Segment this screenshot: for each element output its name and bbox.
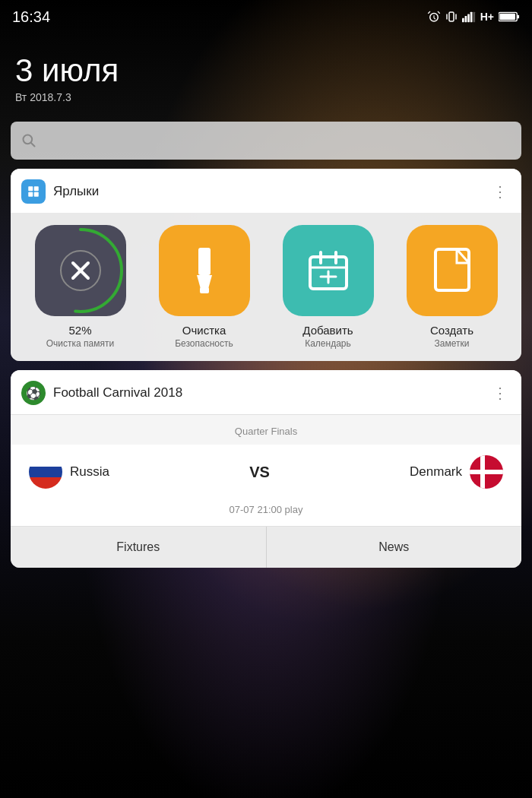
date-section: 3 июля Вт 2018.7.3: [0, 30, 532, 116]
svg-rect-15: [34, 186, 39, 191]
vs-label: VS: [249, 464, 270, 481]
date-main: 3 июля: [15, 53, 517, 88]
shortcuts-header: Ярлыки ⋮: [11, 169, 521, 213]
svg-rect-14: [28, 186, 33, 191]
shortcut-icon-clean: [159, 225, 250, 316]
football-header: ⚽ Football Carnival 2018 ⋮: [11, 370, 521, 415]
match-time: 07-07 21:00 play: [11, 499, 521, 526]
shortcut-label-memory-sub: Очистка памяти: [46, 338, 114, 349]
team-away-name: Denmark: [410, 464, 462, 480]
shortcut-item-note[interactable]: Создать Заметки: [399, 225, 505, 349]
calendar-icon: [304, 246, 353, 295]
football-card: ⚽ Football Carnival 2018 ⋮ Quarter Final…: [11, 370, 521, 568]
svg-point-21: [40, 230, 122, 312]
svg-rect-11: [517, 15, 519, 19]
progress-ring: [35, 225, 126, 316]
network-type-label: H+: [480, 11, 494, 23]
svg-rect-7: [470, 12, 473, 23]
svg-rect-1: [449, 12, 454, 21]
svg-rect-10: [499, 14, 515, 20]
quarter-finals-label: Quarter Finals: [11, 415, 521, 445]
shortcut-icon-note: [407, 225, 498, 316]
date-sub: Вт 2018.7.3: [15, 91, 517, 103]
shortcut-label-clean-main: Очистка: [182, 324, 226, 337]
shortcuts-title: Ярлыки: [53, 184, 489, 199]
brush-icon: [182, 245, 227, 296]
denmark-flag: [470, 455, 503, 489]
team-away: Denmark: [410, 455, 503, 489]
shortcuts-card: Ярлыки ⋮ 52% Очистка памяти: [11, 169, 521, 361]
shortcut-icon-memory: [35, 225, 126, 316]
match-row: Russia VS Denmark: [11, 445, 521, 499]
svg-rect-31: [435, 249, 469, 290]
shortcut-label-note-main: Создать: [430, 324, 473, 337]
shortcut-label-clean-sub: Безопасность: [175, 338, 233, 349]
match-section: Quarter Finals Russia VS Denmark 07-07 2…: [11, 415, 521, 526]
football-title: Football Carnival 2018: [53, 385, 489, 401]
svg-rect-6: [467, 14, 470, 22]
football-icon: ⚽: [21, 381, 46, 405]
status-bar: 16:34 H+: [0, 0, 532, 30]
signal-icon: [462, 11, 476, 23]
shortcuts-menu-button[interactable]: ⋮: [489, 182, 511, 201]
shortcuts-grid: 52% Очистка памяти Очистка Безопасность: [11, 213, 521, 361]
shortcut-item-calendar[interactable]: Добавить Календарь: [275, 225, 382, 349]
svg-rect-8: [473, 12, 475, 23]
svg-rect-22: [198, 248, 211, 275]
svg-rect-4: [462, 18, 464, 22]
shortcut-label-memory-main: 52%: [68, 324, 91, 337]
svg-rect-24: [200, 287, 209, 293]
svg-marker-23: [197, 275, 212, 289]
shortcut-item-memory[interactable]: 52% Очистка памяти: [27, 225, 134, 349]
shortcut-icon-calendar: [283, 225, 374, 316]
note-icon: [429, 245, 475, 296]
svg-rect-5: [464, 16, 467, 22]
svg-rect-17: [34, 192, 39, 197]
team-home: Russia: [29, 455, 109, 489]
battery-icon: [499, 11, 520, 23]
alarm-icon: [427, 10, 441, 24]
shortcut-label-calendar-main: Добавить: [302, 324, 353, 337]
search-icon: [21, 133, 36, 148]
status-time: 16:34: [12, 8, 50, 26]
tab-fixtures[interactable]: Fixtures: [11, 527, 267, 568]
vibrate-icon: [445, 10, 458, 24]
team-home-name: Russia: [70, 464, 109, 480]
shortcuts-header-icon: [21, 179, 46, 204]
tab-news[interactable]: News: [267, 527, 522, 568]
status-icons: H+: [427, 10, 520, 24]
shortcut-item-clean[interactable]: Очистка Безопасность: [151, 225, 258, 349]
shortcut-label-note-sub: Заметки: [435, 338, 470, 349]
svg-rect-16: [28, 192, 33, 197]
football-menu-button[interactable]: ⋮: [489, 384, 511, 402]
bottom-tabs: Fixtures News: [11, 527, 521, 568]
shortcut-label-calendar-sub: Календарь: [305, 338, 351, 349]
svg-line-13: [31, 143, 35, 147]
search-bar[interactable]: [11, 122, 521, 160]
russia-flag: [29, 455, 62, 489]
